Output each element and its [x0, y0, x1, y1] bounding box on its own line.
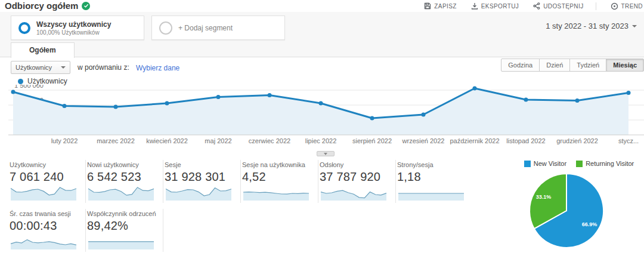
export-button[interactable]: EKSPORTUJ: [471, 2, 519, 10]
metric-label: Użytkownicy: [10, 161, 80, 168]
trend-button[interactable]: TREND: [611, 2, 643, 10]
svg-text:wrzesień 2022: wrzesień 2022: [402, 137, 445, 144]
users-line-chart: 500 0001 000 0001 500 000luty 2022marzec…: [8, 85, 644, 146]
svg-text:marzec 2022: marzec 2022: [97, 137, 135, 144]
trend-icon: [611, 2, 618, 10]
segment-title: Wszyscy użytkownicy: [36, 20, 111, 29]
svg-text:listopad 2022: listopad 2022: [506, 137, 545, 144]
metric-card[interactable]: Nowi użytkownicy6 542 523: [86, 160, 163, 203]
date-range-picker[interactable]: 1 sty 2022 - 31 sty 2023: [546, 21, 637, 30]
metric-card[interactable]: Śr. czas trwania sesji00:00:43: [8, 209, 86, 252]
chart-legend: Użytkownicy: [18, 77, 67, 85]
metric-label: Odsłony: [320, 161, 391, 168]
segment-ring-icon: [18, 22, 30, 34]
add-segment-label: + Dodaj segment: [178, 24, 233, 32]
compare-data-link[interactable]: Wybierz dane: [136, 64, 179, 72]
pie-legend-label: New Visitor: [534, 160, 566, 167]
svg-text:1 500 000: 1 500 000: [14, 85, 44, 89]
trend-label: TREND: [621, 3, 643, 10]
metric-sparkline: [87, 234, 155, 249]
tab-ogolem[interactable]: Ogółem: [11, 42, 75, 58]
chevron-down-icon: [61, 66, 66, 69]
pie-legend-item[interactable]: New Visitor: [524, 160, 566, 167]
metric-card[interactable]: Strony/sesja1,18: [396, 160, 473, 203]
metric-sparkline: [165, 185, 233, 201]
verified-check-icon: [82, 2, 90, 10]
metric-label: Strony/sesja: [397, 161, 469, 168]
tab-label: Ogółem: [29, 46, 56, 54]
svg-text:33.1%: 33.1%: [536, 194, 552, 200]
svg-text:maj 2022: maj 2022: [205, 137, 231, 144]
svg-text:czerwiec 2022: czerwiec 2022: [249, 137, 290, 144]
svg-text:październik 2022: październik 2022: [450, 137, 499, 144]
export-icon: [471, 2, 478, 10]
granularity-button-miesiąc[interactable]: Miesiąc: [606, 58, 644, 72]
chart-legend-label: Użytkownicy: [27, 77, 67, 85]
metrics-grid: Użytkownicy7 061 240Nowi użytkownicy6 54…: [8, 160, 473, 252]
metric-value: 00:00:43: [10, 219, 80, 233]
date-range-text: 1 sty 2022 - 31 sty 2023: [546, 21, 628, 30]
visitor-type-pie-chart: 66.9%33.1%: [514, 169, 644, 259]
metric-label: Śr. czas trwania sesji: [10, 210, 80, 217]
svg-text:lipiec 2022: lipiec 2022: [305, 137, 337, 144]
metric-value: 6 542 523: [87, 170, 158, 184]
save-label: ZAPISZ: [434, 3, 456, 10]
metric-select-value: Użytkownicy: [16, 64, 52, 71]
legend-swatch-icon: [524, 161, 531, 167]
segment-all-users[interactable]: Wszyscy użytkownicy 100,00% Użytkowników: [11, 16, 144, 40]
page-title-text: Odbiorcy ogółem: [5, 1, 78, 11]
top-bar: Odbiorcy ogółem ZAPISZ EKSPORTUJ UDOSTĘP…: [0, 0, 644, 12]
metric-sparkline: [10, 234, 78, 249]
save-button[interactable]: ZAPISZ: [424, 2, 456, 10]
svg-text:stycz...: stycz...: [618, 137, 639, 144]
metric-value: 4,52: [242, 170, 313, 184]
granularity-button-group: GodzinaDzieńTydzieńMiesiąc: [501, 58, 644, 72]
metric-value: 1,18: [397, 170, 469, 184]
metric-sparkline: [242, 185, 310, 201]
metric-value: 7 061 240: [10, 170, 80, 184]
triangle-down-icon: [324, 153, 327, 155]
granularity-button-godzina[interactable]: Godzina: [501, 58, 540, 72]
svg-text:luty 2022: luty 2022: [51, 137, 78, 144]
metric-value: 31 928 301: [165, 170, 236, 184]
svg-text:grudzień 2022: grudzień 2022: [556, 137, 598, 144]
granularity-button-tydzień[interactable]: Tydzień: [569, 58, 606, 72]
metric-select[interactable]: Użytkownicy: [11, 61, 70, 74]
granularity-button-dzień[interactable]: Dzień: [539, 58, 570, 72]
segment-subtitle: 100,00% Użytkowników: [36, 29, 111, 36]
page-title: Odbiorcy ogółem: [5, 1, 90, 11]
metric-label: Sesje: [165, 161, 236, 168]
svg-text:66.9%: 66.9%: [582, 221, 597, 227]
metric-card[interactable]: Użytkownicy7 061 240: [8, 160, 86, 203]
header-actions: ZAPISZ EKSPORTUJ UDOSTĘPNIJ TREND: [410, 0, 643, 12]
metric-card[interactable]: Sesje31 928 301: [163, 160, 241, 203]
metric-value: 37 787 920: [320, 170, 391, 184]
timeline-scrubber-handle[interactable]: [317, 151, 335, 156]
empty-ring-icon: [159, 21, 172, 35]
legend-swatch-icon: [576, 161, 583, 167]
share-label: UDOSTĘPNIJ: [543, 3, 583, 10]
save-icon: [424, 2, 431, 10]
metric-sparkline: [320, 185, 388, 201]
pie-legend-label: Returning Visitor: [586, 160, 634, 167]
compare-label: w porównaniu z:: [78, 63, 129, 72]
pie-legend-item[interactable]: Returning Visitor: [576, 160, 634, 167]
export-label: EKSPORTUJ: [481, 3, 519, 10]
svg-text:kwiecień 2022: kwiecień 2022: [146, 137, 188, 144]
metric-sparkline: [397, 185, 465, 201]
svg-text:sierpień 2022: sierpień 2022: [352, 137, 392, 144]
share-icon: [533, 2, 540, 10]
legend-dot-icon: [18, 79, 23, 84]
metric-sparkline: [87, 185, 155, 201]
metric-value: 89,42%: [87, 219, 158, 233]
metric-card[interactable]: Odsłony37 787 920: [318, 160, 396, 203]
metric-card[interactable]: Sesje na użytkownika4,52: [241, 160, 318, 203]
metric-label: Nowi użytkownicy: [87, 161, 158, 168]
metric-label: Sesje na użytkownika: [242, 161, 313, 168]
share-button[interactable]: UDOSTĘPNIJ: [533, 2, 583, 10]
metric-card[interactable]: Współczynnik odrzuceń89,42%: [86, 209, 163, 252]
add-segment-button[interactable]: + Dodaj segment: [151, 16, 285, 40]
actions-divider: [596, 2, 596, 10]
pie-legend: New VisitorReturning Visitor: [514, 160, 644, 167]
metric-sparkline: [10, 185, 78, 201]
